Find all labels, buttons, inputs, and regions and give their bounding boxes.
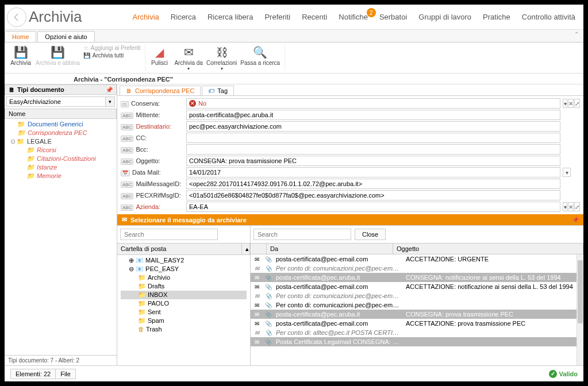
field-cc[interactable] (186, 133, 560, 143)
ribbon-archivia-da[interactable]: ✉Archivia da▾ (174, 45, 202, 71)
folder-col-header[interactable]: Cartella di posta (117, 244, 242, 254)
tab-options[interactable]: Opzioni e aiuto (37, 31, 94, 42)
folder-drafts[interactable]: 📁Drafts (121, 282, 247, 291)
ribbon-archivia[interactable]: 💾Archivia (9, 45, 32, 66)
mail-section-header: ✉ Selezionare il messaggio da archiviare… (117, 214, 583, 225)
tab-home[interactable]: Home (5, 31, 36, 42)
back-button[interactable] (7, 7, 26, 27)
message-row[interactable]: ✉📎posta-certificata@pec-email.comACCETTA… (251, 319, 583, 328)
folder-paolo[interactable]: 📁PAOLO (121, 299, 247, 308)
tree-citazioni[interactable]: 📁Citazioni-Costituzioni (7, 155, 114, 163)
status-elementi[interactable]: Elementi: 22 (10, 369, 56, 379)
field-oggetto[interactable] (186, 156, 560, 166)
mail-icon: ✉ (253, 265, 261, 272)
folder-icon: 📁 (138, 300, 146, 307)
message-row[interactable]: ✉📎Per conto di: alltec@pec.it POSTA CERT… (251, 328, 583, 337)
nav-ricerca[interactable]: Ricerca (171, 13, 196, 21)
dropdown-icon[interactable]: ▾ (563, 99, 567, 108)
collapse-icon[interactable]: ⊖ (129, 265, 134, 272)
message-row[interactable]: ✉📎posta-certificata@pec.aruba.itCONSEGNA… (251, 273, 583, 282)
tree-memorie[interactable]: 📁Memorie (7, 172, 114, 180)
doc-tab-tag[interactable]: 🏷Tag (202, 86, 234, 95)
message-row[interactable]: ✉📎Per conto di: comunicazioni.pec@pec-em… (251, 291, 583, 300)
expand-icon[interactable]: ⤢ (574, 202, 580, 211)
tree-documenti-generici[interactable]: 📁Documenti Generici (7, 120, 114, 129)
message-row[interactable]: ✉📎posta-certificata@pec-email.comACCETTA… (251, 282, 583, 291)
mail-icon: ✉ (253, 302, 261, 308)
message-list[interactable]: ✉📎posta-certificata@pec-email.comACCETTA… (251, 254, 583, 365)
dropdown-icon[interactable]: ▾ (563, 168, 571, 177)
message-from: Per conto di: comunicazioni.pec@pec-emai… (276, 302, 402, 308)
clear-icon[interactable]: ✕ (568, 202, 574, 211)
ribbon-archivia-tutti[interactable]: 💾Archivia tutti (83, 52, 141, 59)
folder-trash[interactable]: 🗑Trash (121, 325, 247, 333)
col-da[interactable]: Da (267, 244, 393, 254)
nav-pratiche[interactable]: Pratiche (483, 13, 510, 21)
mailbox-icon: 📧 (136, 257, 144, 264)
message-from: posta-certificata@pec.aruba.it (276, 274, 402, 281)
doc-tab-corrispondenza[interactable]: 🗎Corrispondenza PEC (120, 86, 201, 95)
message-subject: CONSEGNA: prova trasmissione PEC (406, 311, 581, 318)
nav-recenti[interactable]: Recenti (302, 13, 327, 21)
nav-gruppi[interactable]: Gruppi di lavoro (418, 13, 471, 21)
folder-spam[interactable]: 📁Spam (121, 316, 247, 325)
mail-icon: ✉ (253, 275, 261, 281)
folder-search-input[interactable] (120, 229, 218, 240)
attachment-icon: 📎 (264, 256, 272, 263)
folder-icon: 📁 (138, 291, 146, 298)
nav-notifiche[interactable]: Notifiche2 (339, 13, 368, 21)
field-pecxrif[interactable] (186, 190, 560, 200)
message-row[interactable]: ✉📎posta-certificata@pec.aruba.itCONSEGNA… (251, 310, 583, 319)
message-search-input[interactable] (253, 229, 351, 240)
expand-icon[interactable]: ⤢ (574, 99, 580, 108)
sort-icon[interactable]: ▴ (242, 244, 250, 254)
status-file[interactable]: File (55, 369, 76, 379)
tree-legale[interactable]: ⊙📁LEGALE (7, 137, 114, 146)
tree-ricorsi[interactable]: 📁Ricorsi (7, 146, 114, 155)
nav-ricerca-libera[interactable]: Ricerca libera (207, 13, 253, 21)
nav-preferiti[interactable]: Preferiti (264, 13, 290, 21)
message-from: posta-certificata@pec-email.com (276, 320, 402, 327)
folder-icon: 📁 (26, 155, 34, 162)
tree-istanze[interactable]: 📁Istanze (7, 163, 114, 172)
message-row[interactable]: ✉📎Posta Certificata Legalmail CONSEGNA: … (251, 337, 583, 346)
field-bcc[interactable] (186, 144, 560, 155)
close-button[interactable]: Close (355, 229, 386, 240)
expand-icon[interactable]: ⊕ (129, 257, 134, 264)
clear-icon[interactable]: ✕ (568, 99, 574, 108)
ribbon-pulisci[interactable]: ◢Pulisci (148, 45, 171, 66)
folder-sent[interactable]: 📁Sent (121, 308, 247, 316)
scrollbar-thumb[interactable] (578, 260, 583, 323)
message-row[interactable]: ✉📎Per conto di: comunicazioni.pec@pec-em… (251, 300, 583, 310)
pin-icon[interactable]: 📌 (572, 217, 579, 223)
status-valido: ✓Valido (549, 370, 578, 378)
field-azienda[interactable] (186, 202, 560, 212)
notification-badge: 2 (367, 8, 376, 17)
ribbon-collapse-icon[interactable]: ⌃ (574, 31, 579, 37)
tree-corrispondenza-pec[interactable]: 📁Corrispondenza PEC (7, 129, 114, 137)
folder-inbox[interactable]: 📁INBOX (121, 291, 247, 299)
folder-mail-easy2[interactable]: ⊕ 📧MAIL_EASY2 (121, 256, 247, 265)
ribbon-passa-ricerca[interactable]: 🔍Passa a ricerca (240, 45, 280, 66)
archive-combo[interactable] (6, 96, 106, 107)
scrollbar[interactable] (577, 254, 583, 365)
message-row[interactable]: ✉📎Per conto di: comunicazioni.pec@pec-em… (251, 264, 583, 273)
field-mittente[interactable] (186, 110, 560, 120)
nav-serbatoi[interactable]: Serbatoi (379, 13, 407, 21)
field-destinatario[interactable] (186, 121, 560, 132)
field-data-mail[interactable] (186, 167, 560, 177)
nav-archivia[interactable]: Archivia (133, 13, 159, 21)
ribbon-correlazioni[interactable]: ⛓Correlazioni▾ (206, 45, 237, 71)
combo-dropdown-icon[interactable]: ▾ (106, 96, 115, 107)
message-row[interactable]: ✉📎posta-certificata@pec-email.comACCETTA… (251, 254, 583, 264)
nav-controllo[interactable]: Controllo attività (522, 13, 575, 21)
folder-pec-easy[interactable]: ⊖ 📧PEC_EASY (121, 265, 247, 273)
col-oggetto[interactable]: Oggetto (393, 244, 583, 254)
col-icon[interactable] (251, 244, 267, 254)
folder-archivio[interactable]: 📁Archivio (121, 273, 247, 282)
field-conserva[interactable]: ✕No (186, 98, 560, 109)
pin-icon[interactable]: 📌 (106, 87, 113, 93)
dropdown-icon[interactable]: ▾ (563, 202, 567, 211)
expand-icon[interactable]: ⊙ (10, 138, 16, 145)
field-mailmsgid[interactable] (186, 179, 560, 189)
